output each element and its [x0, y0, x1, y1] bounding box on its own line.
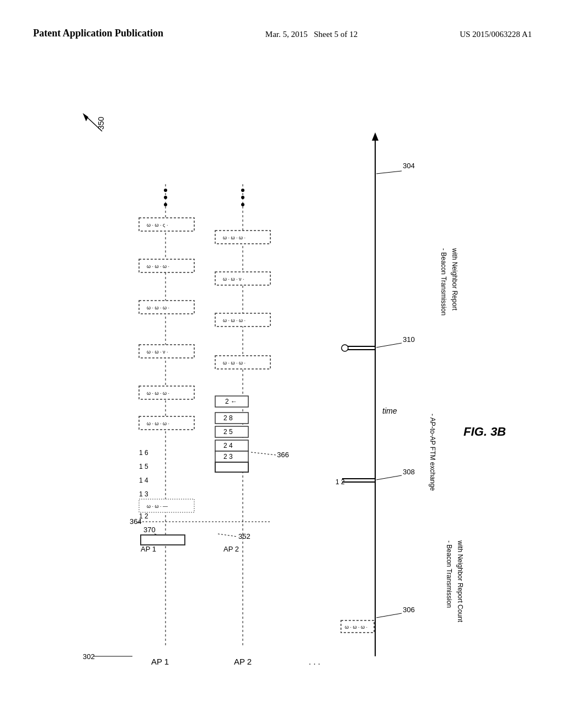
- patent-number: US 2015/0063228 A1: [460, 30, 532, 39]
- svg-text:352: 352: [238, 532, 250, 540]
- page-header: Patent Application Publication Mar. 5, 2…: [0, 28, 565, 39]
- svg-text:AP 1: AP 1: [141, 545, 156, 553]
- svg-text:- Beacon Transmission: - Beacon Transmission: [440, 248, 447, 315]
- svg-point-13: [164, 196, 167, 199]
- svg-text:1 6: 1 6: [139, 449, 148, 457]
- svg-rect-63: [141, 535, 185, 545]
- svg-text:ω · ω · ω ·: ω · ω · ω ·: [223, 235, 246, 240]
- svg-point-17: [241, 203, 244, 206]
- svg-point-15: [241, 189, 244, 192]
- svg-marker-1: [83, 113, 88, 121]
- svg-text:2 ←: 2 ←: [225, 398, 237, 405]
- svg-text:ω · ω · ω ·: ω · ω · ω ·: [223, 360, 246, 366]
- svg-text:366: 366: [277, 451, 289, 459]
- svg-text:1 5: 1 5: [139, 463, 148, 470]
- svg-text:350: 350: [97, 116, 105, 130]
- svg-text:time: time: [382, 406, 397, 415]
- svg-text:ω · ω · ω ·: ω · ω · ω ·: [223, 318, 246, 323]
- patent-title: Patent Application Publication: [33, 28, 163, 39]
- svg-text:ω · ω · ν ·: ω · ω · ν ·: [223, 276, 244, 282]
- svg-text:ω · ω · ω ·: ω · ω · ω ·: [147, 390, 169, 396]
- svg-text:AP 2: AP 2: [234, 657, 252, 666]
- svg-text:2 4: 2 4: [223, 442, 233, 449]
- svg-text:306: 306: [403, 606, 415, 614]
- svg-text:2 8: 2 8: [223, 414, 233, 422]
- svg-point-12: [164, 189, 167, 192]
- svg-text:2 5: 2 5: [223, 428, 233, 436]
- svg-point-14: [164, 203, 167, 206]
- publication-date: Mar. 5, 2015 Sheet 5 of 12: [265, 30, 358, 39]
- svg-line-81: [376, 475, 402, 480]
- svg-rect-51: [215, 462, 248, 472]
- svg-text:310: 310: [403, 335, 415, 344]
- svg-text:- AP-to-AP FTM exchange: - AP-to-AP FTM exchange: [429, 414, 436, 491]
- svg-text:with Neighbor Report: with Neighbor Report: [451, 248, 459, 311]
- svg-text:with Neighbor Report Count: with Neighbor Report Count: [456, 540, 464, 623]
- svg-text:ω · ω · ν ·: ω · ω · ν ·: [147, 349, 168, 355]
- svg-marker-4: [372, 132, 379, 141]
- svg-text:ω · ω · —: ω · ω · —: [147, 504, 168, 509]
- svg-text:2 3: 2 3: [223, 453, 233, 461]
- svg-text:1 2: 1 2: [335, 478, 345, 486]
- svg-point-76: [342, 345, 348, 351]
- svg-text:ω · ω · ς ·: ω · ω · ς ·: [147, 222, 168, 228]
- svg-line-46: [251, 452, 276, 455]
- svg-text:304: 304: [403, 162, 415, 170]
- svg-text:1 3: 1 3: [139, 490, 148, 498]
- svg-text:AP 2: AP 2: [223, 545, 239, 553]
- svg-line-64: [218, 534, 237, 537]
- svg-text:ω · ω · ω ·: ω · ω · ω ·: [147, 421, 169, 426]
- svg-text:ω · ω · ω ·: ω · ω · ω ·: [147, 264, 169, 269]
- svg-text:ω · ω · ω ·: ω · ω · ω ·: [147, 305, 169, 311]
- svg-point-16: [241, 196, 244, 199]
- svg-text:302: 302: [83, 652, 95, 661]
- svg-text:AP 1: AP 1: [151, 657, 169, 666]
- svg-text:364: 364: [130, 517, 142, 526]
- svg-text:- Beacon Transmission: - Beacon Transmission: [445, 540, 453, 608]
- svg-text:370: 370: [143, 526, 156, 534]
- svg-line-73: [376, 343, 402, 347]
- svg-text:FIG. 3B: FIG. 3B: [463, 425, 506, 438]
- svg-line-69: [376, 171, 402, 174]
- svg-text:. . .: . . .: [309, 657, 321, 666]
- svg-text:ω · ω · ω ·: ω · ω · ω ·: [345, 624, 367, 630]
- svg-line-88: [376, 613, 402, 618]
- svg-text:308: 308: [403, 468, 415, 476]
- svg-text:1 4: 1 4: [139, 477, 148, 484]
